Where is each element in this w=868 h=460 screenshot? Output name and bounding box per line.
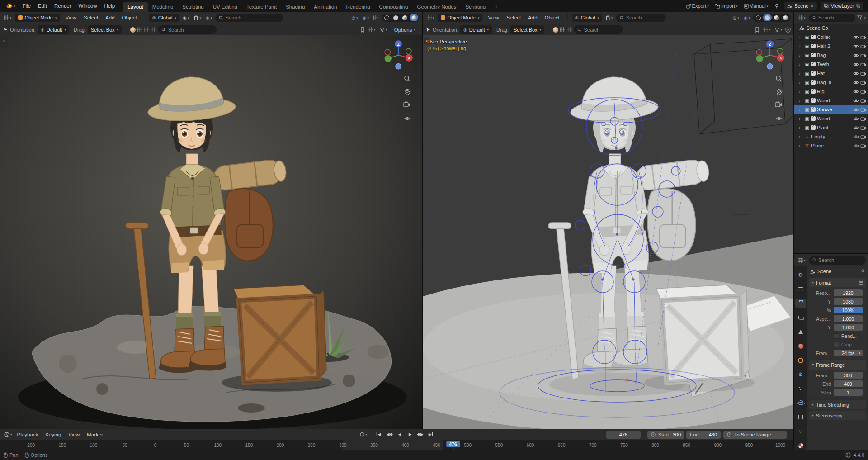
collection-checkbox[interactable] — [811, 35, 816, 39]
overlays-dropdown[interactable]: ◉▾ — [361, 15, 370, 20]
property-value-field[interactable]: Crop... — [834, 341, 863, 348]
falloff-icon[interactable] — [151, 27, 156, 32]
camera-icon[interactable] — [860, 135, 866, 139]
property-value-field[interactable]: 460 — [834, 380, 863, 387]
overlays-dropdown[interactable]: ◉▾ — [742, 15, 751, 20]
import-button[interactable]: Import▾ — [714, 3, 739, 9]
collection-checkbox[interactable] — [811, 62, 816, 66]
camera-icon[interactable] — [860, 44, 866, 48]
disclosure-icon[interactable]: › — [799, 62, 803, 67]
workspace-tab[interactable]: Shading — [281, 2, 309, 12]
viewport-rendered[interactable]: ▾ Object Mode▾ ViewSelectAddObject ◎Glob… — [0, 12, 422, 429]
properties-tab-data[interactable]: ▽ — [795, 427, 806, 436]
property-value-field[interactable]: 1.000 — [834, 315, 863, 322]
outliner-item[interactable]: › Teeth — [794, 60, 868, 69]
outliner-item[interactable]: › Hair 2 — [794, 42, 868, 51]
eye-icon[interactable] — [853, 126, 859, 130]
collection-checkbox[interactable] — [811, 80, 816, 85]
viewport-menu-item[interactable]: Add — [524, 12, 541, 24]
blender-logo[interactable]: ▾ — [3, 3, 18, 9]
show-gizmo-dropdown[interactable]: ◎▾ — [350, 15, 359, 20]
wireframe-3d-scene[interactable] — [423, 35, 793, 429]
breadcrumb-scene-label[interactable]: Scene — [817, 269, 831, 274]
eye-icon[interactable] — [853, 62, 859, 66]
transform-orientation-dropdown[interactable]: ◎Global▾ — [149, 14, 179, 22]
outliner-item[interactable]: › Plant — [794, 123, 868, 132]
drag-dropdown[interactable]: Select Box▾ — [510, 25, 544, 34]
options-dropdown[interactable]: Options▾ — [391, 24, 419, 35]
ortho-grid-icon[interactable] — [404, 114, 411, 121]
filter-dropdown[interactable]: ▾ — [773, 28, 783, 32]
camera-view-icon[interactable] — [775, 101, 783, 108]
eye-icon[interactable] — [853, 53, 859, 57]
property-value-field[interactable]: 1920 — [834, 289, 863, 296]
export-button[interactable]: Export▾ — [685, 3, 710, 9]
transform-orientation-dropdown[interactable]: ◎Global▾ — [572, 14, 602, 22]
timeline-menu-item[interactable]: Keying — [42, 429, 65, 440]
texture-mask-icon[interactable] — [137, 27, 142, 32]
zoom-icon[interactable] — [404, 75, 411, 82]
outliner-item[interactable]: › Hat — [794, 69, 868, 78]
pin-icon[interactable] — [861, 269, 865, 275]
editor-type-button[interactable]: ▾ — [425, 15, 436, 20]
copy-icon[interactable] — [856, 4, 860, 8]
viewport-search-input[interactable] — [226, 15, 279, 20]
app-menu-item[interactable]: File — [19, 0, 35, 12]
viewport-search[interactable] — [215, 14, 283, 22]
properties-search-input[interactable] — [818, 257, 862, 263]
viewport-wireframe[interactable]: ▾ Object Mode▾ ViewSelectAddObject ◎Glob… — [423, 12, 793, 429]
funnel-icon[interactable] — [857, 15, 862, 20]
property-value-field[interactable]: 1080 — [834, 298, 863, 305]
disclosure-icon[interactable]: › — [799, 98, 803, 103]
shading-wireframe-button[interactable] — [382, 14, 391, 21]
properties-search[interactable] — [809, 256, 866, 265]
viewport-menu-item[interactable]: Object — [541, 12, 563, 24]
tool-search[interactable] — [158, 25, 217, 34]
app-menu-item[interactable]: Help — [101, 0, 119, 12]
eye-icon[interactable] — [853, 71, 859, 76]
navigation-gizmo[interactable]: Z X — [381, 38, 415, 72]
next-keyframe-button[interactable] — [416, 431, 425, 439]
shading-material-button[interactable] — [401, 14, 409, 21]
outliner-item[interactable]: › Weed — [794, 114, 868, 123]
workspace-tab[interactable]: UV Editing — [208, 2, 242, 12]
editor-type-button[interactable]: ▾ — [797, 258, 807, 263]
workspace-tab[interactable]: Modeling — [148, 2, 178, 12]
chevron-down-icon[interactable]: ▾ — [864, 16, 866, 19]
properties-tab-constraints[interactable] — [795, 413, 806, 422]
eye-icon[interactable] — [853, 135, 859, 139]
outliner-search[interactable] — [809, 14, 856, 22]
workspace-tab[interactable]: Rendering — [342, 2, 375, 12]
manual-button[interactable]: Manual▾ — [743, 3, 770, 9]
app-menu-item[interactable]: Edit — [34, 0, 51, 12]
viewport-canvas-rendered[interactable]: › — [0, 35, 422, 429]
camera-icon[interactable] — [860, 108, 866, 112]
disclosure-icon[interactable]: › — [799, 71, 803, 76]
network-globe-icon[interactable] — [845, 452, 851, 458]
camera-icon[interactable] — [860, 81, 866, 85]
eye-icon[interactable] — [853, 99, 859, 103]
property-value-field[interactable]: 1.000 — [834, 324, 863, 331]
editor-type-button[interactable]: ▾ — [3, 432, 14, 437]
disclosure-icon[interactable]: › — [796, 26, 797, 31]
properties-tab-material[interactable] — [795, 441, 806, 450]
disclosure-icon[interactable]: › — [799, 143, 803, 148]
current-frame-field[interactable]: 476 — [606, 431, 641, 439]
outliner-item[interactable]: › Wood — [794, 96, 868, 105]
snap-toggle[interactable]: ▾ — [192, 15, 203, 20]
collection-checkbox[interactable] — [811, 125, 816, 130]
disclosure-icon[interactable]: › — [799, 44, 803, 49]
workspace-tab[interactable]: Layout — [123, 2, 148, 12]
ortho-grid-icon[interactable] — [775, 114, 783, 121]
texture-ball-icon[interactable] — [130, 27, 136, 33]
workspace-tab[interactable]: + — [490, 2, 502, 12]
app-menu-item[interactable]: Render — [51, 0, 75, 12]
property-value-field[interactable]: Rend... — [834, 332, 863, 339]
collection-checkbox[interactable] — [811, 53, 816, 57]
outliner-item[interactable]: › Empty — [794, 132, 868, 141]
auto-keying-toggle[interactable]: ▾ — [358, 432, 368, 437]
timeline-menu-item[interactable]: Marker — [83, 429, 107, 440]
outliner-item[interactable]: › Plane. — [794, 141, 868, 150]
pin-icon[interactable] — [773, 4, 780, 9]
timeline-menu-item[interactable]: Playback — [14, 429, 42, 440]
